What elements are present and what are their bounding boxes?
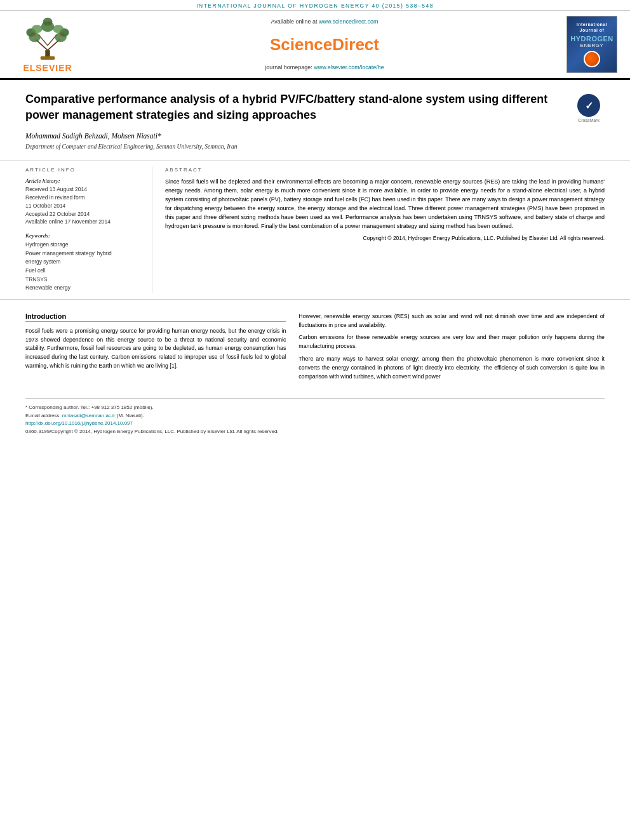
available-online-text: Available online at www.sciencedirect.co…	[271, 18, 379, 25]
journal-cover-circle-icon	[584, 51, 600, 67]
revised-date: 11 October 2014	[25, 202, 143, 210]
intro-paragraph-2: However, renewable energy sources (RES) …	[298, 312, 605, 330]
svg-rect-16	[41, 56, 55, 60]
article-title: Comparative performance analysis of a hy…	[25, 91, 560, 123]
authors: Mohammad Sadigh Behzadi, Mohsen Niasati*	[25, 132, 560, 140]
sciencedirect-section: Available online at www.sciencedirect.co…	[95, 16, 554, 73]
journal-cover-line2: HYDROGEN	[570, 35, 613, 43]
journal-cover-line3: ENERGY	[580, 43, 604, 48]
abstract-text: Since fossil fuels will be depleted and …	[165, 178, 605, 231]
svg-point-13	[34, 34, 36, 37]
available-date: Available online 17 November 2014	[25, 218, 143, 226]
crossmark-section: ✓ CrossMark	[573, 91, 605, 155]
email-line: E-mail address: mniasati@semnan.ac.ir (M…	[25, 412, 605, 420]
elsevier-logo-section: ELSEVIER	[6, 16, 89, 73]
sciencedirect-url[interactable]: www.sciencedirect.com	[319, 18, 379, 25]
elsevier-tree-icon	[22, 16, 73, 60]
article-title-content: Comparative performance analysis of a hy…	[25, 91, 560, 155]
page-header: ELSEVIER Available online at www.science…	[0, 11, 630, 80]
journal-homepage-url[interactable]: www.elsevier.com/locate/he	[314, 64, 384, 70]
svg-point-7	[32, 25, 43, 33]
svg-point-14	[60, 34, 62, 37]
crossmark-icon: ✓	[577, 94, 600, 117]
abstract-label: ABSTRACT	[165, 167, 605, 173]
accepted-date: Accepted 22 October 2014	[25, 210, 143, 218]
issn-text: 0360-3199/Copyright © 2014, Hydrogen Ene…	[25, 429, 605, 434]
article-history-title: Article history:	[25, 178, 143, 184]
article-info-abstract-section: ARTICLE INFO Article history: Received 1…	[0, 161, 630, 299]
page-footer: * Corresponding author. Tel.: +98 912 37…	[25, 398, 605, 434]
intro-paragraph-1: Fossil fuels were a promising energy sou…	[25, 327, 286, 371]
copyright-text: Copyright © 2014, Hydrogen Energy Public…	[165, 235, 605, 241]
abstract-column: ABSTRACT Since fossil fuels will be depl…	[165, 167, 605, 292]
article-info-label: ARTICLE INFO	[25, 167, 143, 173]
elsevier-logo: ELSEVIER	[22, 16, 73, 73]
journal-cover: InternationalJournal of HYDROGEN ENERGY	[566, 16, 617, 73]
received-date: Received 13 August 2014	[25, 185, 143, 194]
article-info-column: ARTICLE INFO Article history: Received 1…	[25, 167, 152, 292]
revised-label: Received in revised form	[25, 194, 143, 202]
intro-paragraph-3: Carbon emissions for these renewable ene…	[298, 333, 605, 351]
keyword-2: Power management strategy' hybridenergy …	[25, 250, 143, 267]
journal-cover-line1: InternationalJournal of	[577, 22, 608, 33]
corresponding-label: * Corresponding author. Tel.: +98 912 37…	[25, 404, 154, 410]
article-title-section: Comparative performance analysis of a hy…	[0, 80, 630, 161]
keywords-title: Keywords:	[25, 232, 143, 239]
svg-point-15	[46, 23, 49, 26]
main-left-column: Introduction Fossil fuels were a promisi…	[25, 312, 286, 385]
sciencedirect-title: ScienceDirect	[270, 35, 379, 55]
keyword-5: Renewable energy	[25, 284, 143, 293]
journal-cover-section: InternationalJournal of HYDROGEN ENERGY	[560, 16, 624, 73]
elsevier-text: ELSEVIER	[23, 63, 72, 73]
journal-homepage-text: journal homepage: www.elsevier.com/locat…	[265, 64, 384, 70]
author-email[interactable]: mniasati@semnan.ac.ir	[62, 413, 116, 418]
keyword-1: Hydrogen storage	[25, 241, 143, 250]
intro-paragraph-4: There are many ways to harvest solar ene…	[298, 355, 605, 382]
affiliation: Department of Computer and Electrical En…	[25, 143, 560, 150]
keywords-list: Hydrogen storage Power management strate…	[25, 241, 143, 293]
crossmark-label: CrossMark	[578, 118, 600, 123]
journal-top-bar: International Journal of Hydrogen Energy…	[0, 0, 630, 11]
main-right-column: However, renewable energy sources (RES) …	[298, 312, 605, 385]
doi-link[interactable]: http://dx.doi.org/10.1016/j.ijhydene.201…	[25, 420, 605, 426]
corresponding-author: * Corresponding author. Tel.: +98 912 37…	[25, 404, 605, 412]
keyword-4: TRNSYS	[25, 276, 143, 284]
keyword-3: Fuel cell	[25, 267, 143, 276]
main-content: Introduction Fossil fuels were a promisi…	[0, 300, 630, 385]
introduction-title: Introduction	[25, 312, 286, 322]
svg-point-10	[53, 25, 64, 33]
